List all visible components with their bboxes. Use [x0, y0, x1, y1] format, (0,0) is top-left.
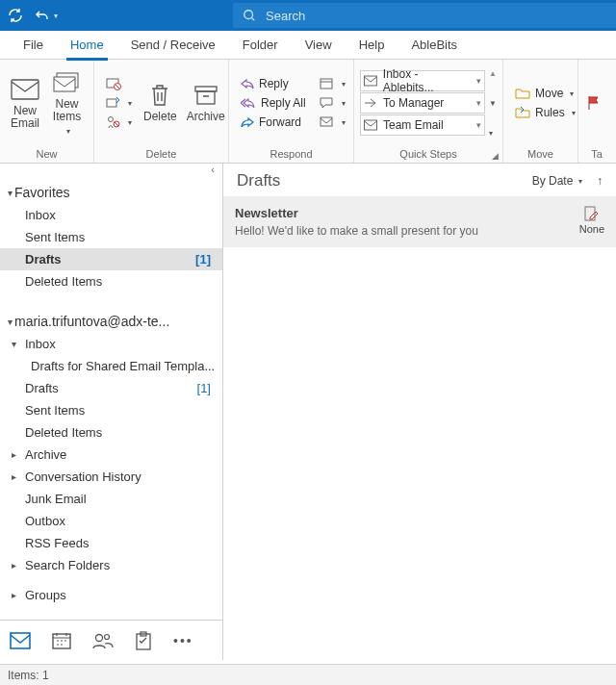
menu-ablebits[interactable]: AbleBits	[398, 31, 471, 60]
chevron-right-icon: ▸	[12, 471, 21, 482]
acct-deleted[interactable]: Deleted Items	[0, 421, 222, 444]
cleanup-button[interactable]: ▾	[102, 94, 136, 112]
folder-move-icon	[515, 87, 530, 100]
account-header[interactable]: ▾maria.trifuntova@adx-te...	[0, 310, 222, 333]
reply-button[interactable]: Reply	[237, 75, 310, 92]
acct-junk[interactable]: Junk Email	[0, 488, 222, 510]
fav-drafts[interactable]: Drafts[1]	[0, 248, 222, 270]
mail-icon	[364, 119, 377, 131]
trash-icon	[144, 82, 175, 109]
group-label-respond: Respond	[229, 146, 353, 163]
new-items-button[interactable]: New Items ▾	[46, 67, 88, 139]
title-bar: ▾	[0, 0, 616, 31]
new-email-button[interactable]: New Email	[6, 74, 44, 132]
fav-sent[interactable]: Sent Items	[0, 226, 222, 248]
svg-rect-13	[364, 76, 376, 86]
menu-help[interactable]: Help	[346, 31, 398, 60]
reply-all-button[interactable]: Reply All	[237, 94, 310, 112]
acct-outbox[interactable]: Outbox	[0, 510, 222, 532]
move-button[interactable]: Move▾	[511, 85, 579, 102]
favorites-header[interactable]: ▾Favorites	[0, 181, 222, 204]
menu-file[interactable]: File	[10, 31, 57, 60]
svg-rect-14	[365, 120, 377, 130]
acct-drafts[interactable]: Drafts[1]	[0, 377, 222, 399]
group-label-new: New	[0, 146, 93, 163]
message-item[interactable]: Newsletter Hello! We'd like to make a sm…	[223, 196, 616, 247]
label: New Email	[11, 105, 39, 130]
archive-button[interactable]: Archive	[183, 80, 229, 125]
fav-deleted[interactable]: Deleted Items	[0, 270, 222, 292]
group-label-delete: Delete	[94, 146, 228, 163]
dialog-launcher-icon[interactable]: ◢	[492, 151, 499, 161]
mail-icon	[10, 76, 40, 103]
acct-inbox-sub[interactable]: Drafts for Shared Email Templa...	[0, 355, 222, 377]
acct-sent[interactable]: Sent Items	[0, 399, 222, 421]
calendar-reply-icon	[320, 77, 335, 90]
chevron-down-icon: ▾	[578, 177, 582, 186]
junk-icon	[106, 115, 121, 129]
message-date: None	[579, 223, 604, 235]
qs-scroll-up[interactable]: ▲	[489, 69, 497, 78]
rules-button[interactable]: Rules▾	[511, 104, 579, 121]
svg-rect-9	[195, 87, 217, 91]
menu-view[interactable]: View	[292, 31, 346, 60]
qs-scroll-down[interactable]: ▼	[489, 99, 497, 108]
navigation-pane: ‹ ▾Favorites Inbox Sent Items Drafts[1] …	[0, 164, 223, 660]
svg-rect-10	[197, 91, 215, 104]
acct-inbox[interactable]: ▾Inbox	[0, 333, 222, 355]
search-icon	[243, 9, 256, 22]
meeting-button[interactable]: ▾	[316, 75, 349, 92]
search-box[interactable]	[233, 3, 616, 28]
sort-asc-icon[interactable]: ↑	[597, 174, 603, 188]
tasks-view-icon[interactable]	[135, 631, 152, 650]
archive-icon	[191, 82, 221, 109]
acct-conversation[interactable]: ▸Conversation History	[0, 466, 222, 488]
people-view-icon[interactable]	[92, 632, 114, 649]
collapse-handle[interactable]: ‹	[0, 164, 222, 177]
im-button[interactable]: ▾	[316, 94, 349, 112]
ignore-icon	[106, 77, 121, 90]
sync-icon[interactable]	[8, 8, 23, 23]
delete-button[interactable]: Delete	[140, 80, 181, 125]
more-respond-button[interactable]: ▾	[316, 114, 349, 131]
group-label-move: Move	[503, 146, 578, 163]
quick-step-manager[interactable]: To Manager▾	[360, 92, 485, 114]
chevron-down-icon: ▾	[8, 188, 13, 198]
sort-by-button[interactable]: By Date▾ ↑	[532, 174, 603, 188]
status-bar: Items: 1	[0, 664, 616, 685]
flag-icon[interactable]	[586, 95, 602, 111]
undo-icon[interactable]: ▾	[35, 8, 58, 23]
group-label-quicksteps: Quick Steps◢	[354, 146, 502, 163]
ignore-button[interactable]	[102, 75, 136, 92]
acct-groups[interactable]: ▸Groups	[0, 584, 222, 606]
chevron-right-icon: ▸	[12, 449, 21, 460]
search-input[interactable]	[266, 9, 606, 23]
junk-button[interactable]: ▾	[102, 114, 136, 131]
chevron-down-icon: ▾	[8, 317, 13, 327]
fav-inbox[interactable]: Inbox	[0, 204, 222, 226]
forward-button[interactable]: Forward	[237, 114, 310, 131]
rules-icon	[515, 106, 530, 119]
message-subject: Newsletter	[235, 206, 579, 220]
chevron-right-icon: ▸	[12, 590, 21, 600]
main-area: ‹ ▾Favorites Inbox Sent Items Drafts[1] …	[0, 164, 616, 660]
qs-expand[interactable]: ▾	[489, 129, 497, 138]
menu-sendreceive[interactable]: Send / Receive	[117, 31, 229, 60]
mail-icon	[364, 75, 377, 87]
content-pane: Drafts By Date▾ ↑ Newsletter Hello! We'd…	[223, 164, 616, 660]
svg-rect-15	[11, 633, 30, 648]
acct-search-folders[interactable]: ▸Search Folders	[0, 554, 222, 576]
quick-step-team[interactable]: Team Email▾	[360, 114, 485, 136]
quick-step-inbox[interactable]: Inbox - Ablebits...▾	[360, 70, 485, 91]
mail-view-icon[interactable]	[10, 632, 31, 649]
status-items-count: Items: 1	[8, 669, 49, 682]
more-views-icon[interactable]: •••	[173, 633, 193, 648]
acct-rss[interactable]: RSS Feeds	[0, 532, 222, 554]
svg-point-0	[244, 11, 253, 19]
menu-bar: File Home Send / Receive Folder View Hel…	[0, 31, 616, 60]
menu-folder[interactable]: Folder	[229, 31, 292, 60]
group-label-tags: Ta	[578, 146, 615, 163]
calendar-view-icon[interactable]	[52, 632, 71, 649]
acct-archive[interactable]: ▸Archive	[0, 444, 222, 466]
menu-home[interactable]: Home	[57, 31, 117, 60]
